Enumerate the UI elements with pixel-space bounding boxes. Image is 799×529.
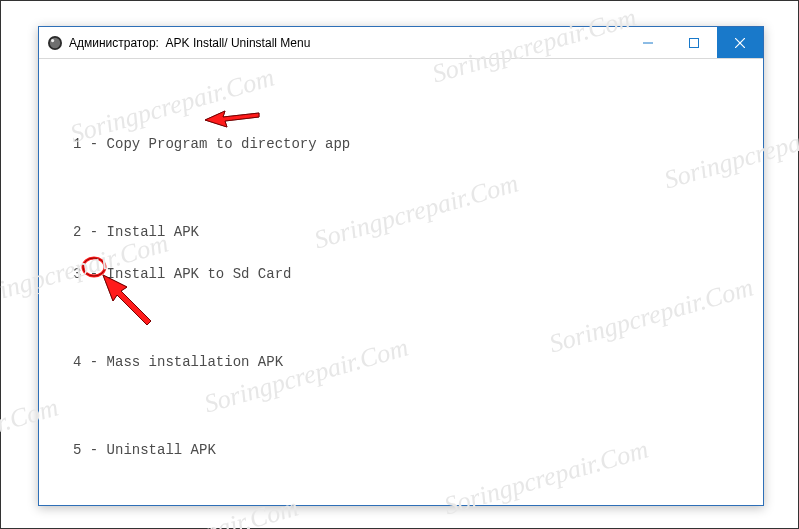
console-client-area[interactable]: 1 - Copy Program to directory app 2 - In… xyxy=(39,58,763,505)
menu-item-1: 1 - Copy Program to directory app xyxy=(73,136,350,152)
menu-item-5: 5 - Uninstall APK xyxy=(73,442,216,458)
console-window: Администратор: APK Install/ Uninstall Me… xyxy=(38,26,764,506)
svg-point-2 xyxy=(51,39,54,42)
menu-item-4: 4 - Mass installation APK xyxy=(73,354,283,370)
app-icon xyxy=(47,35,63,51)
svg-point-1 xyxy=(50,37,60,47)
maximize-button[interactable] xyxy=(671,27,717,58)
window-buttons xyxy=(625,27,763,58)
svg-rect-4 xyxy=(690,38,699,47)
screenshot-canvas: Soringpcrepair.Com Soringpcrepair.Com So… xyxy=(0,0,799,529)
window-title: Администратор: APK Install/ Uninstall Me… xyxy=(69,36,310,50)
menu-item-2: 2 - Install APK xyxy=(73,224,199,240)
close-button[interactable] xyxy=(717,27,763,58)
minimize-button[interactable] xyxy=(625,27,671,58)
console-text: 1 - Copy Program to directory app 2 - In… xyxy=(39,59,763,529)
titlebar[interactable]: Администратор: APK Install/ Uninstall Me… xyxy=(39,27,763,58)
menu-item-3: 3 - Install APK to Sd Card xyxy=(73,266,291,282)
